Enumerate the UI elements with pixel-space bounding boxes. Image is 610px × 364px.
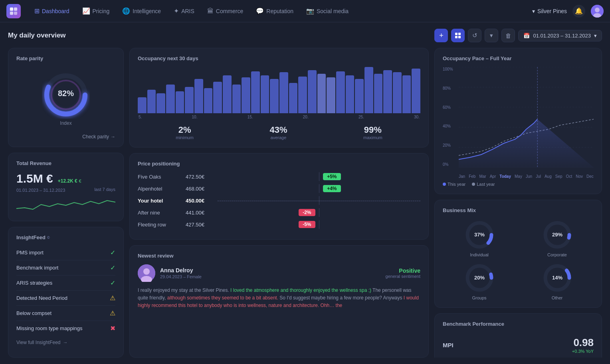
svg-text:82%: 82%	[58, 89, 74, 98]
bar	[298, 77, 307, 113]
nav-item-reputation[interactable]: 💬 Reputation	[250, 5, 299, 17]
rate-parity-title: Rate parity	[16, 55, 115, 61]
svg-rect-10	[458, 36, 461, 38]
insight-item[interactable]: ARIS strategies✓	[16, 275, 115, 291]
revenue-value: 1.5M €	[16, 172, 53, 185]
bar	[402, 75, 411, 113]
insight-item[interactable]: Detected Need Period⚠	[16, 291, 115, 306]
reviewer-name: Anna Delroy	[160, 267, 202, 273]
left-column: Rate parity 82% Index Check parity →	[8, 48, 124, 358]
revenue-change: +12.2K €	[58, 178, 77, 184]
price-row: Five Oaks 472.50€ +5%	[138, 172, 420, 181]
insight-item[interactable]: Missing room type mappings✖	[16, 321, 115, 336]
bar	[383, 70, 392, 113]
sentiment-sub: general sentiment	[386, 274, 420, 279]
reviewer-sub: 29.04.2023 – Female	[160, 274, 202, 279]
pace-legend: This year Last year	[443, 182, 594, 187]
check-parity-link[interactable]: Check parity →	[16, 134, 115, 140]
svg-rect-7	[455, 33, 458, 35]
price-rows: Five Oaks 472.50€ +5% Alpenhotel 468.00€…	[138, 172, 420, 229]
bar	[289, 83, 298, 113]
bar	[185, 87, 194, 113]
svg-text:37%: 37%	[474, 232, 484, 238]
bar	[364, 67, 373, 113]
review-text: I really enjoyed my stay at the Silver P…	[138, 287, 420, 310]
grid-view-button[interactable]	[451, 29, 465, 42]
revenue-change-label: last 7 days	[94, 187, 115, 193]
nav-item-intelligence[interactable]: 🌐 Intelligence	[117, 5, 166, 17]
bench-row: MPI 0.98 +0.3% YoY	[443, 333, 594, 358]
nav-item-commerce[interactable]: 🏛 Commerce	[202, 5, 249, 17]
nav-item-social[interactable]: 📷 Social media	[301, 5, 354, 17]
review-header: Anna Delroy 29.04.2023 – Female Positive…	[138, 264, 420, 282]
bar	[166, 85, 175, 114]
biz-donut-chart: 14%	[541, 262, 573, 294]
price-positioning-card: Price positioning Five Oaks 472.50€ +5% …	[129, 153, 429, 240]
price-row: Fleeting row 427.50€ -5%	[138, 220, 420, 229]
svg-text:14%: 14%	[552, 275, 562, 281]
bar	[232, 85, 241, 114]
price-row: Alpenhotel 468.00€ +4%	[138, 184, 420, 193]
page-header: My daily overview + ↺ ▾ 🗑 📅 01.01.2023 –…	[8, 29, 602, 42]
add-widget-button[interactable]: +	[434, 29, 448, 42]
svg-point-5	[595, 8, 600, 12]
reputation-icon: 💬	[256, 7, 264, 15]
bar	[213, 82, 222, 113]
aris-icon: ✦	[174, 7, 179, 15]
biz-donut-chart: 29%	[541, 219, 573, 251]
svg-rect-0	[10, 7, 13, 10]
delete-button[interactable]: 🗑	[501, 29, 515, 42]
bench-rows: MPI 0.98 +0.3% YoY ARI 1.04 -1.1% YoY RG…	[443, 333, 594, 358]
bench-title: Benchmark Performance	[443, 321, 594, 327]
nav-item-aris[interactable]: ✦ ARIS	[168, 5, 200, 17]
insight-item[interactable]: PMS import✓	[16, 245, 115, 260]
occ-stat: 43%average	[269, 125, 287, 140]
nav-right: ▾ Silver Pines 🔔	[532, 5, 604, 18]
price-row: After nine 441.00€ -2%	[138, 208, 420, 217]
reviewer-avatar	[138, 264, 155, 282]
nav-item-pricing[interactable]: 📈 Pricing	[77, 5, 115, 17]
rate-parity-card: Rate parity 82% Index Check parity →	[8, 48, 124, 147]
bar	[317, 74, 326, 113]
bar-x-labels: 5.10.15.20.25.30.	[138, 115, 420, 119]
user-avatar[interactable]	[591, 5, 604, 18]
nav-item-dashboard[interactable]: ⊞ Dashboard	[29, 5, 75, 17]
pace-chart: 100%80%60%40%20%0%	[443, 67, 594, 179]
bar	[176, 91, 184, 113]
main-page: My daily overview + ↺ ▾ 🗑 📅 01.01.2023 –…	[0, 22, 610, 364]
svg-rect-3	[14, 11, 17, 14]
svg-rect-1	[14, 7, 17, 10]
insight-item[interactable]: Below compset⚠	[16, 306, 115, 321]
occupancy-stats: 2%minimum43%average99%maximum	[138, 125, 420, 140]
biz-mix-grid: 37% Individual 29% Corporate 20% Groups …	[443, 219, 594, 300]
bar	[308, 70, 317, 113]
bar	[138, 97, 147, 113]
business-mix-card: Business Mix 37% Individual 29% Corporat…	[434, 200, 602, 308]
logo[interactable]	[6, 4, 21, 18]
bar	[355, 79, 364, 113]
bar	[336, 71, 345, 113]
reviewer-info: Anna Delroy 29.04.2023 – Female	[160, 267, 202, 279]
revenue-sparkline	[16, 197, 115, 214]
notification-bell[interactable]: 🔔	[572, 5, 585, 18]
bar	[223, 75, 232, 113]
view-full-link[interactable]: View full InsightFeed →	[16, 340, 115, 345]
pace-svg-wrap	[459, 67, 594, 167]
refresh-button[interactable]: ↺	[468, 29, 481, 42]
insight-items: PMS import✓Benchmark import✓ARIS strateg…	[16, 245, 115, 336]
middle-column: Occupancy next 30 days 5.10.15.20.25.30.…	[129, 48, 429, 358]
donut-sub: Index	[60, 120, 71, 126]
bar	[242, 77, 250, 113]
biz-mix-item: 29% Corporate	[521, 219, 594, 257]
revenue-change-wrap: +12.2K € €	[58, 178, 81, 184]
bar	[147, 90, 156, 113]
insight-item[interactable]: Benchmark import✓	[16, 260, 115, 275]
workspace-selector[interactable]: ▾ Silver Pines	[532, 8, 567, 14]
bar	[327, 77, 335, 113]
biz-donut-chart: 20%	[463, 262, 495, 294]
date-range-picker[interactable]: 📅 01.01.2023 – 31.12.2023 ▾	[518, 30, 602, 41]
dropdown-button[interactable]: ▾	[485, 29, 498, 42]
occupancy-30-title: Occupancy next 30 days	[138, 55, 420, 61]
bar	[346, 75, 355, 113]
svg-text:29%: 29%	[552, 232, 562, 238]
